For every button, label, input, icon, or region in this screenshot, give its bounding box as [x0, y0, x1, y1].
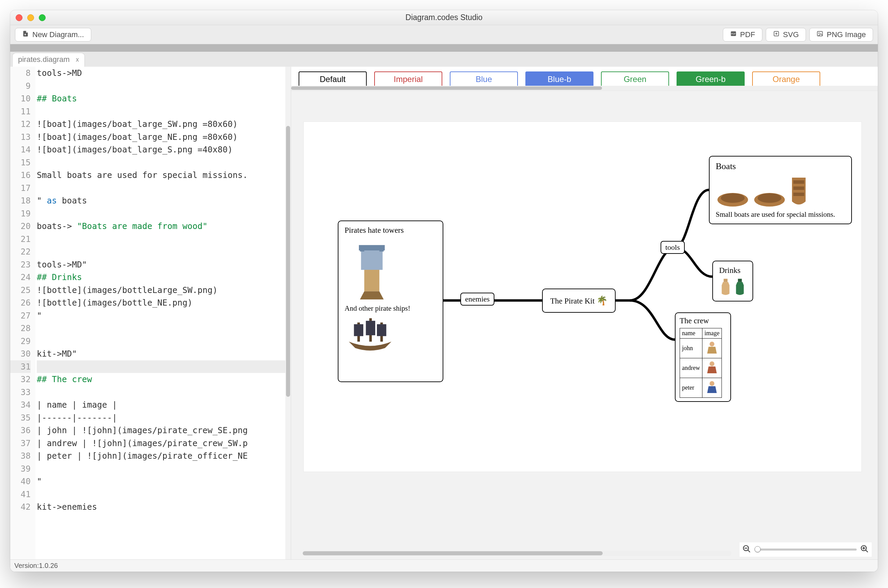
line-number-gutter: 8910111213141516171819202122232425262728…	[10, 67, 35, 560]
minimize-window-button[interactable]	[27, 14, 34, 21]
svg-rect-24	[724, 279, 727, 282]
node-drinks-title: Drinks	[719, 266, 746, 275]
crew-name-cell: peter	[680, 378, 702, 398]
node-pirate-kit-label: The Pirate Kit	[550, 297, 595, 305]
tab-label: pirates.diagram	[18, 55, 70, 64]
node-crew[interactable]: The crew name image john andrew	[675, 312, 731, 402]
pirate-icon	[705, 360, 720, 375]
svg-rect-15	[366, 321, 376, 336]
theme-button-blue[interactable]: Blue	[450, 72, 518, 87]
themes-scroll-thumb[interactable]	[291, 86, 602, 90]
node-boats[interactable]: Boats Small boats are used for special m…	[709, 156, 852, 224]
titlebar: Diagram.codes Studio	[10, 10, 878, 25]
node-enemies-title: Pirates hate towers	[344, 226, 437, 235]
boat-icon	[753, 184, 787, 208]
image-icon	[816, 30, 823, 39]
zoom-slider-thumb[interactable]	[754, 546, 761, 552]
node-drinks[interactable]: Drinks	[712, 261, 753, 302]
app-window: Diagram.codes Studio New Diagram... PDF …	[10, 10, 878, 572]
pdf-icon: PDF	[730, 30, 737, 39]
svg-marker-8	[360, 291, 384, 300]
crew-header-image: image	[702, 328, 721, 339]
crew-name-cell: john	[680, 339, 702, 358]
tab-bar: pirates.diagram x	[10, 52, 878, 67]
svg-point-20	[757, 193, 781, 203]
boat-icon	[716, 184, 750, 208]
table-row: john	[680, 339, 722, 358]
svg-export-icon	[773, 30, 780, 39]
themes-horizontal-scrollbar[interactable]	[291, 86, 878, 90]
palm-tree-icon: 🌴	[597, 296, 607, 306]
close-tab-button[interactable]: x	[76, 56, 79, 63]
pirate-icon	[705, 380, 720, 394]
export-svg-button[interactable]: SVG	[766, 28, 806, 42]
diagram-canvas[interactable]: Pirates hate towers And other pirate shi…	[291, 91, 878, 560]
boat-icon	[789, 174, 808, 208]
theme-button-green[interactable]: Green	[601, 72, 669, 87]
editor-vertical-scrollbar[interactable]	[285, 67, 291, 560]
theme-button-default[interactable]: Default	[299, 72, 367, 87]
node-crew-title: The crew	[680, 316, 726, 325]
theme-button-blue-b[interactable]: Blue-b	[525, 72, 594, 87]
new-diagram-label: New Diagram...	[32, 30, 84, 39]
zoom-slider[interactable]	[754, 549, 857, 550]
theme-button-green-b[interactable]: Green-b	[676, 72, 745, 87]
edge-label-tools[interactable]: tools	[661, 241, 685, 254]
svg-point-28	[709, 381, 714, 386]
svg-rect-5	[361, 248, 382, 270]
toolbar: New Diagram... PDF PDF SVG PNG Image	[10, 25, 878, 44]
close-window-button[interactable]	[16, 14, 23, 21]
node-pirate-kit[interactable]: The Pirate Kit 🌴	[542, 288, 616, 313]
zoom-controls	[739, 542, 871, 557]
zoom-in-icon[interactable]	[860, 544, 869, 555]
svg-point-18	[721, 193, 745, 203]
main-split: 8910111213141516171819202122232425262728…	[10, 67, 878, 560]
svg-rect-21	[793, 180, 804, 184]
bottle-icon	[733, 278, 746, 296]
crew-header-name: name	[680, 328, 702, 339]
preview-pane: DefaultImperialBlueBlue-bGreenGreen-bOra…	[291, 67, 878, 560]
svg-rect-16	[377, 324, 386, 336]
tab-pirates-diagram[interactable]: pirates.diagram x	[12, 53, 85, 67]
new-diagram-button[interactable]: New Diagram...	[15, 28, 91, 42]
version-label: Version:1.0.26	[14, 562, 58, 570]
node-enemies[interactable]: Pirates hate towers And other pirate shi…	[338, 220, 443, 382]
svg-rect-23	[793, 193, 804, 196]
svg-rect-7	[364, 270, 379, 291]
window-controls	[16, 14, 46, 21]
table-row: andrew	[680, 358, 722, 378]
tower-illustration	[344, 237, 399, 302]
svg-rect-14	[354, 324, 364, 336]
export-png-label: PNG Image	[827, 30, 866, 39]
edge-label-enemies[interactable]: enemies	[460, 292, 494, 306]
svg-line-33	[865, 550, 868, 552]
code-editor[interactable]: 8910111213141516171819202122232425262728…	[10, 67, 291, 560]
window-title: Diagram.codes Studio	[10, 13, 878, 22]
theme-button-imperial[interactable]: Imperial	[374, 72, 442, 87]
svg-point-27	[709, 362, 714, 366]
editor-scroll-thumb[interactable]	[286, 126, 290, 397]
zoom-out-icon[interactable]	[742, 544, 751, 555]
status-bar: Version:1.0.26	[10, 560, 878, 572]
crew-name-cell: andrew	[680, 358, 702, 378]
export-png-button[interactable]: PNG Image	[809, 28, 873, 42]
canvas-hscroll-thumb[interactable]	[303, 551, 603, 555]
svg-text:PDF: PDF	[731, 33, 735, 35]
svg-line-30	[748, 550, 750, 552]
theme-selector-row: DefaultImperialBlueBlue-bGreenGreen-bOra…	[291, 67, 878, 91]
export-pdf-button[interactable]: PDF PDF	[723, 28, 762, 42]
svg-rect-10	[379, 248, 384, 252]
diagram-paper: Pirates hate towers And other pirate shi…	[304, 122, 862, 472]
crew-table: name image john andrew	[680, 328, 722, 398]
theme-button-orange[interactable]: Orange	[752, 72, 820, 87]
export-svg-label: SVG	[783, 30, 799, 39]
maximize-window-button[interactable]	[39, 14, 46, 21]
table-row: peter	[680, 378, 722, 398]
code-content[interactable]: tools->MD ## Boats ![boat](images/boat_l…	[35, 67, 291, 560]
node-enemies-subtitle: And other pirate ships!	[344, 304, 437, 313]
node-boats-caption: Small boats are used for special mission…	[716, 210, 845, 219]
pirate-icon	[705, 340, 720, 355]
canvas-horizontal-scrollbar[interactable]	[303, 550, 732, 556]
svg-point-4	[819, 32, 820, 33]
svg-rect-22	[793, 186, 804, 190]
